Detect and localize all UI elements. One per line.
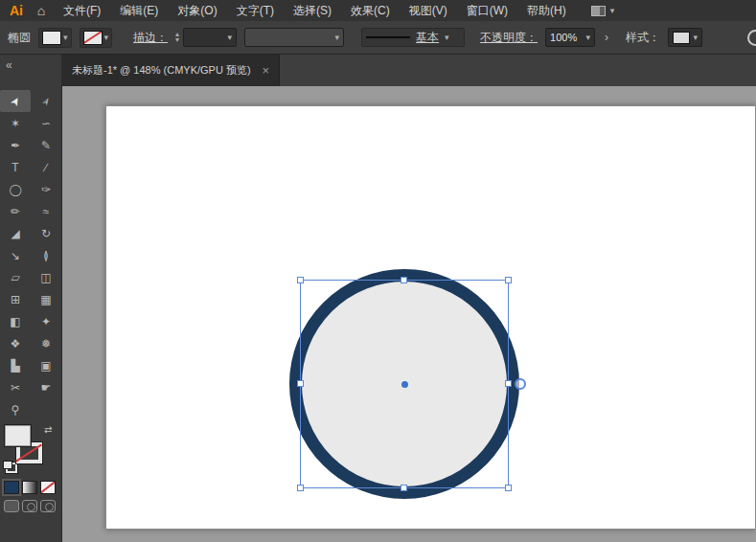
blend-tool[interactable]: ❖	[0, 332, 31, 354]
zoom-icon: ⚲	[11, 403, 20, 417]
stroke-style-widget[interactable]: 基本 ▾	[361, 28, 465, 47]
menu-window[interactable]: 窗口(W)	[457, 0, 517, 21]
tab-close-icon[interactable]: ×	[263, 63, 270, 78]
selection-handle-middle-right[interactable]	[505, 380, 512, 387]
lasso-tool[interactable]: ∽	[31, 112, 61, 134]
stroke-none-slash-icon	[20, 446, 38, 460]
selection-handle-bottom-left[interactable]	[297, 485, 304, 491]
slice-tool[interactable]: ✂	[0, 376, 31, 398]
magic-wand-tool[interactable]: ✶	[0, 112, 31, 134]
basic-brush-label[interactable]: 基本	[416, 30, 439, 46]
chevron-down-icon: ▾	[586, 34, 591, 42]
menu-select[interactable]: 选择(S)	[284, 0, 341, 21]
curvature-icon: ✎	[41, 139, 51, 152]
fill-stroke-indicator: ⇄	[0, 424, 61, 478]
menu-edit[interactable]: 编辑(E)	[110, 0, 168, 21]
menu-help[interactable]: 帮助(H)	[517, 0, 576, 21]
fill-color-dropdown[interactable]: ▾	[38, 28, 72, 48]
ellipse-tool[interactable]: ◯	[0, 178, 31, 200]
default-fill-stroke-icon[interactable]	[3, 461, 17, 473]
eraser-tool[interactable]: ◢	[0, 222, 31, 244]
selection-handle-bottom-right[interactable]	[505, 485, 512, 491]
shape-builder-tool[interactable]: ◫	[31, 266, 61, 288]
type-icon: T	[11, 161, 18, 174]
menu-type[interactable]: 文字(T)	[227, 0, 284, 21]
menu-file[interactable]: 文件(F)	[54, 0, 110, 21]
gradient-tool[interactable]: ◧	[0, 310, 31, 332]
document-tab[interactable]: 未标题-1* @ 148% (CMYK/GPU 预览) ×	[62, 55, 280, 86]
chevron-down-icon: ▾	[63, 34, 68, 42]
shaper-tool[interactable]: ≈	[31, 200, 61, 222]
artboard-tool[interactable]: ▣	[31, 354, 61, 376]
shaper-icon: ≈	[43, 205, 50, 218]
width-tool[interactable]: ≬	[31, 244, 61, 266]
workspace-switcher[interactable]: ▾	[591, 6, 615, 16]
line-segment-tool[interactable]: ∕	[31, 156, 61, 178]
direct-selection-tool[interactable]: ➢	[31, 90, 61, 112]
style-label: 样式：	[626, 30, 660, 46]
stroke-weight-select[interactable]: ▾	[183, 28, 237, 47]
stroke-style-preview	[366, 36, 410, 38]
selection-tool[interactable]: ➤	[0, 90, 31, 112]
paintbrush-tool[interactable]: ✑	[31, 178, 61, 200]
draw-behind-button[interactable]	[22, 500, 37, 512]
hand-tool[interactable]: ☛	[31, 376, 61, 398]
graphic-style-select[interactable]: ▾	[668, 28, 702, 47]
chevron-down-icon: ▾	[610, 7, 615, 15]
paintbrush-icon: ✑	[41, 183, 51, 196]
draw-inside-button[interactable]	[40, 500, 56, 512]
opacity-select[interactable]: 100% ▾	[545, 28, 595, 47]
canvas[interactable]	[62, 86, 756, 542]
stroke-profile-select[interactable]: ▾	[244, 28, 344, 47]
draw-normal-button[interactable]	[4, 500, 19, 512]
pen-tool[interactable]: ✒	[0, 134, 31, 156]
swap-fill-stroke-icon[interactable]: ⇄	[44, 424, 52, 435]
opacity-label[interactable]: 不透明度：	[480, 30, 538, 46]
stroke-color-dropdown[interactable]: ▾	[80, 28, 113, 48]
symbol-sprayer-icon: ❅	[41, 337, 51, 350]
none-button[interactable]	[40, 481, 56, 494]
free-transform-icon: ▱	[11, 271, 19, 284]
zoom-tool[interactable]: ⚲	[0, 398, 31, 420]
selection-center-point[interactable]	[401, 381, 408, 388]
menu-view[interactable]: 视图(V)	[400, 0, 457, 21]
toolbar-collapse-button[interactable]: «	[6, 58, 12, 72]
gradient-button[interactable]	[22, 481, 37, 494]
live-shape-widget[interactable]	[515, 378, 526, 390]
pencil-tool[interactable]: ✏	[0, 200, 31, 222]
perspective-grid-tool[interactable]: ⊞	[0, 288, 31, 310]
selection-handle-middle-left[interactable]	[297, 380, 304, 387]
rotate-icon: ↻	[41, 227, 51, 240]
rotate-tool[interactable]: ↻	[31, 222, 61, 244]
type-tool[interactable]: T	[0, 156, 31, 178]
symbol-sprayer-tool[interactable]: ❅	[31, 332, 61, 354]
stroke-weight-stepper[interactable]: ▴ ▾	[175, 32, 179, 43]
home-icon[interactable]: ⌂	[29, 3, 54, 18]
selection-handle-bottom-middle[interactable]	[401, 485, 407, 491]
color-button[interactable]	[4, 481, 19, 494]
illustrator-logo[interactable]: Ai	[4, 3, 29, 18]
opacity-panel-arrow-icon[interactable]: ›	[603, 31, 610, 44]
main-area: « ➤➢✶∽✒✎T∕◯✑✏≈◢↻↘≬▱◫⊞▦◧✦❖❅▙▣✂☛⚲ ⇄	[0, 55, 756, 542]
eyedropper-tool[interactable]: ✦	[31, 310, 61, 332]
selection-handle-top-left[interactable]	[297, 277, 304, 283]
scale-tool[interactable]: ↘	[0, 244, 31, 266]
opacity-value: 100%	[550, 32, 577, 43]
menu-effect[interactable]: 效果(C)	[341, 0, 400, 21]
menu-object[interactable]: 对象(O)	[168, 0, 226, 21]
selection-handle-top-middle[interactable]	[401, 277, 407, 283]
mesh-icon: ▦	[40, 293, 51, 306]
menubar: Ai ⌂ 文件(F) 编辑(E) 对象(O) 文字(T) 选择(S) 效果(C)…	[0, 0, 756, 21]
stepper-down-icon[interactable]: ▾	[175, 37, 179, 43]
selection-handle-top-right[interactable]	[505, 277, 512, 283]
panel-cycle-icon[interactable]	[747, 30, 756, 46]
mesh-tool[interactable]: ▦	[31, 288, 61, 310]
free-transform-tool[interactable]: ▱	[0, 266, 31, 288]
column-graph-tool[interactable]: ▙	[0, 354, 31, 376]
chevron-down-icon: ▾	[104, 34, 109, 42]
curvature-tool[interactable]: ✎	[31, 134, 61, 156]
slice-icon: ✂	[11, 381, 20, 395]
gradient-icon: ◧	[10, 315, 20, 328]
fill-color-proxy[interactable]	[5, 425, 31, 446]
stroke-weight-label[interactable]: 描边：	[133, 30, 168, 46]
